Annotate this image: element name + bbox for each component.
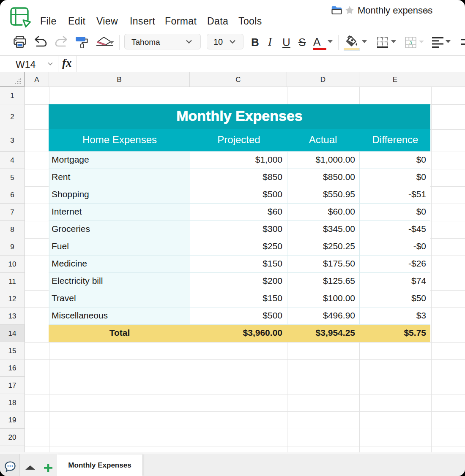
svg-text:a: a: [409, 40, 412, 46]
